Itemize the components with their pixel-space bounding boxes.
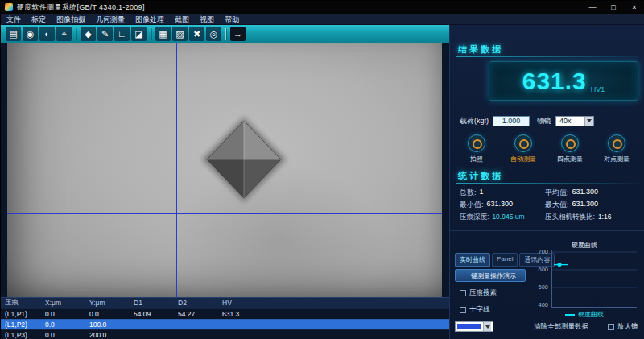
- objective-label: 物镜: [537, 116, 551, 126]
- camera-capture-icon[interactable]: ◉: [23, 27, 38, 41]
- app-icon: [5, 3, 13, 11]
- col-header-hv: HV: [218, 299, 255, 307]
- delete-icon[interactable]: ✖: [189, 27, 204, 41]
- stat-total-value: 1: [480, 188, 484, 198]
- cell-hv: 631.3: [218, 310, 255, 318]
- parameter-row: 载荷(kgf) 1.000 物镜 40x: [460, 115, 642, 126]
- col-header-d2: D2: [174, 299, 218, 307]
- objective-value: 40x: [559, 117, 572, 125]
- crosshair-target-icon[interactable]: ⌖: [56, 27, 72, 41]
- legend-line: [565, 314, 575, 316]
- toolbar-separator: [76, 28, 76, 40]
- aperture-icon: [608, 134, 625, 152]
- microscope-image[interactable]: [7, 43, 442, 297]
- stat-ratio-label: 压头相机转换比:: [545, 213, 595, 222]
- objective-select[interactable]: 40x: [555, 116, 594, 126]
- table-row[interactable]: (L1,P1) 0.0 0.0 54.09 54.27 631.3: [1, 308, 449, 319]
- aperture-icon: [561, 134, 579, 152]
- table-header-row: 压痕 X:μm Y:μm D1 D2 HV: [1, 298, 449, 308]
- menu-view[interactable]: 视图: [200, 14, 214, 25]
- live-video-icon[interactable]: ◐: [39, 27, 55, 41]
- export-icon[interactable]: →: [230, 27, 246, 41]
- stat-avg-label: 平均值:: [545, 188, 569, 198]
- section-divider: [456, 56, 639, 57]
- cell-y: 200.0: [85, 331, 130, 339]
- window-controls: — □ ×: [582, 1, 644, 14]
- checkbox-icon: [460, 290, 466, 296]
- load-input[interactable]: 1.000: [493, 116, 530, 126]
- load-label: 载荷(kgf): [460, 116, 489, 126]
- menu-help[interactable]: 帮助: [225, 14, 239, 25]
- hardness-chart: 硬度曲线 700 600 500 400 硬度曲线: [526, 241, 643, 321]
- y-tick: 600: [526, 266, 548, 273]
- hardness-chart-plot: [551, 250, 637, 309]
- erase-measure-icon[interactable]: ◪: [131, 27, 147, 41]
- measure-buttons: 拍照 自动测量 四点测量 对点测量: [453, 134, 643, 163]
- maximize-button[interactable]: □: [603, 1, 624, 14]
- four-point-measure-button[interactable]: 四点测量: [547, 134, 593, 163]
- results-table: 压痕 X:μm Y:μm D1 D2 HV (L1,P1) 0.0 0.0 54…: [1, 297, 449, 339]
- magnifier-checkbox[interactable]: 放大镜: [608, 322, 638, 332]
- table-row-selected[interactable]: (L1,P2) 0.0 100.0: [1, 319, 449, 329]
- tab-live-curve[interactable]: 实时曲线: [455, 253, 490, 267]
- stat-depth-value: 10.945 um: [492, 213, 524, 222]
- cell-d1: 54.09: [130, 310, 174, 318]
- stat-max-value: 631.300: [572, 200, 599, 210]
- snapshot-icon[interactable]: ◎: [206, 27, 221, 41]
- stats-row: 最小值:631.300 最大值:631.300: [460, 200, 642, 210]
- hardness-unit: HV1: [591, 85, 605, 93]
- col-header-x: X:μm: [41, 299, 85, 307]
- tab-panel[interactable]: Panel: [492, 253, 518, 267]
- draw-measure-icon[interactable]: ✎: [97, 27, 113, 41]
- clear-all-data-button[interactable]: 清除全部测量数据: [534, 322, 588, 332]
- hardness-value: 631.3: [522, 68, 587, 95]
- stage-grid-icon[interactable]: ▤: [6, 27, 21, 41]
- toolbar-separator: [225, 28, 226, 40]
- result-table-icon[interactable]: ▦: [155, 27, 171, 41]
- table-row[interactable]: (L1,P3) 0.0 200.0: [1, 329, 449, 339]
- menu-calibration[interactable]: 标定: [31, 14, 46, 25]
- indentation-overlay: [7, 43, 442, 297]
- curve-color-select[interactable]: [455, 321, 493, 332]
- cell-x: 0.0: [41, 310, 85, 318]
- stat-depth-label: 压痕深度:: [460, 213, 489, 222]
- close-button[interactable]: ×: [624, 1, 644, 14]
- section-divider: [450, 230, 644, 231]
- stats-section-header: 统计数据: [458, 170, 503, 182]
- angle-measure-icon[interactable]: ∟: [114, 27, 130, 41]
- y-tick: 700: [526, 248, 548, 255]
- crosshair-checkbox[interactable]: 十字线: [460, 305, 490, 315]
- point-measure-button-label: 对点测量: [593, 155, 640, 163]
- diamond-measure-icon[interactable]: ◆: [80, 27, 96, 41]
- col-header-indent: 压痕: [1, 298, 41, 308]
- cell-x: 0.0: [41, 331, 85, 339]
- four-point-measure-button-label: 四点测量: [547, 155, 593, 163]
- auto-measure-button[interactable]: 自动测量: [500, 134, 547, 163]
- save-image-icon[interactable]: ▨: [172, 27, 188, 41]
- menu-image-capture[interactable]: 图像拍摄: [56, 14, 85, 25]
- menu-file[interactable]: 文件: [6, 14, 21, 25]
- stats-row: 压痕深度:10.945 um 压头相机转换比:1:16: [460, 213, 642, 222]
- chart-point: [558, 263, 562, 267]
- result-section-header: 结果数据: [458, 43, 503, 56]
- minimize-button[interactable]: —: [582, 1, 603, 14]
- menu-geometry-measure[interactable]: 几何测量: [96, 14, 125, 25]
- one-key-demo-button[interactable]: 一键测量操作演示: [455, 269, 526, 282]
- checkbox-icon: [608, 324, 614, 330]
- image-viewport: [1, 43, 449, 297]
- crosshair-label: 十字线: [469, 305, 490, 315]
- indent-search-checkbox[interactable]: 压痕搜索: [460, 288, 497, 298]
- menu-screenshot[interactable]: 截图: [175, 14, 189, 25]
- stat-avg-value: 631.300: [572, 188, 599, 198]
- menu-image-processing[interactable]: 图像处理: [135, 14, 164, 25]
- stat-min-value: 631.300: [487, 200, 514, 210]
- magnifier-label: 放大镜: [617, 322, 638, 332]
- cell-indent: (L1,P1): [1, 310, 41, 318]
- chart-legend-label: 硬度曲线: [578, 310, 604, 319]
- cell-indent: (L1,P3): [1, 331, 41, 339]
- col-header-d1: D1: [130, 299, 174, 307]
- capture-button[interactable]: 拍照: [453, 134, 500, 163]
- point-measure-button[interactable]: 对点测量: [593, 134, 640, 163]
- cell-y: 0.0: [85, 310, 130, 318]
- stat-total-label: 总数:: [460, 188, 477, 198]
